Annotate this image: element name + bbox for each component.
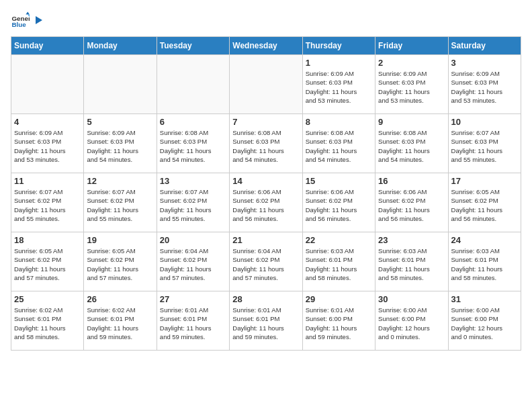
- day-number: 24: [451, 235, 518, 245]
- day-number: 17: [451, 176, 518, 186]
- day-info: Sunrise: 6:01 AM Sunset: 6:01 PM Dayligh…: [160, 306, 226, 341]
- day-number: 7: [232, 117, 299, 127]
- day-number: 20: [160, 235, 226, 245]
- calendar-cell: 3Sunrise: 6:09 AM Sunset: 6:03 PM Daylig…: [448, 55, 521, 114]
- day-info: Sunrise: 6:05 AM Sunset: 6:02 PM Dayligh…: [87, 246, 153, 282]
- day-header-monday: Monday: [84, 37, 157, 55]
- calendar-cell: 28Sunrise: 6:01 AM Sunset: 6:01 PM Dayli…: [230, 291, 302, 351]
- calendar-cell: 2Sunrise: 6:09 AM Sunset: 6:03 PM Daylig…: [375, 55, 448, 114]
- calendar-cell: 18Sunrise: 6:05 AM Sunset: 6:02 PM Dayli…: [11, 232, 84, 291]
- calendar-cell: 24Sunrise: 6:03 AM Sunset: 6:01 PM Dayli…: [448, 232, 521, 291]
- day-number: 26: [87, 294, 153, 304]
- day-number: 27: [160, 294, 226, 304]
- calendar-cell: 19Sunrise: 6:05 AM Sunset: 6:02 PM Dayli…: [84, 232, 157, 291]
- day-number: 21: [232, 235, 299, 245]
- calendar-cell: 30Sunrise: 6:00 AM Sunset: 6:00 PM Dayli…: [375, 291, 448, 351]
- calendar-cell: 11Sunrise: 6:07 AM Sunset: 6:02 PM Dayli…: [11, 173, 84, 232]
- day-info: Sunrise: 6:07 AM Sunset: 6:03 PM Dayligh…: [451, 128, 518, 164]
- day-number: 25: [14, 294, 81, 304]
- day-number: 11: [14, 176, 81, 186]
- calendar-cell: 16Sunrise: 6:06 AM Sunset: 6:02 PM Dayli…: [375, 173, 448, 232]
- day-info: Sunrise: 6:01 AM Sunset: 6:00 PM Dayligh…: [306, 306, 372, 341]
- calendar-table: SundayMondayTuesdayWednesdayThursdayFrid…: [11, 36, 521, 351]
- day-info: Sunrise: 6:04 AM Sunset: 6:02 PM Dayligh…: [160, 246, 226, 282]
- logo: General Blue: [11, 11, 44, 30]
- calendar-cell: 31Sunrise: 6:00 AM Sunset: 6:00 PM Dayli…: [448, 291, 521, 351]
- day-info: Sunrise: 6:03 AM Sunset: 6:01 PM Dayligh…: [451, 246, 518, 282]
- day-info: Sunrise: 6:06 AM Sunset: 6:02 PM Dayligh…: [378, 187, 445, 223]
- calendar-cell: [11, 55, 84, 114]
- day-number: 10: [451, 117, 518, 127]
- calendar-cell: 27Sunrise: 6:01 AM Sunset: 6:01 PM Dayli…: [157, 291, 229, 351]
- day-header-saturday: Saturday: [448, 37, 521, 55]
- svg-marker-2: [26, 11, 30, 14]
- calendar-cell: 12Sunrise: 6:07 AM Sunset: 6:02 PM Dayli…: [84, 173, 157, 232]
- day-info: Sunrise: 6:00 AM Sunset: 6:00 PM Dayligh…: [378, 306, 445, 341]
- page-header: General Blue: [11, 11, 521, 30]
- header-row: SundayMondayTuesdayWednesdayThursdayFrid…: [11, 37, 521, 55]
- week-row-4: 18Sunrise: 6:05 AM Sunset: 6:02 PM Dayli…: [11, 232, 521, 291]
- day-number: 22: [306, 235, 372, 245]
- calendar-cell: 10Sunrise: 6:07 AM Sunset: 6:03 PM Dayli…: [448, 114, 521, 173]
- calendar-cell: 29Sunrise: 6:01 AM Sunset: 6:00 PM Dayli…: [302, 291, 375, 351]
- day-info: Sunrise: 6:09 AM Sunset: 6:03 PM Dayligh…: [378, 69, 445, 105]
- day-number: 15: [306, 176, 372, 186]
- day-info: Sunrise: 6:06 AM Sunset: 6:02 PM Dayligh…: [306, 187, 372, 223]
- svg-marker-4: [36, 16, 42, 24]
- calendar-cell: 25Sunrise: 6:02 AM Sunset: 6:01 PM Dayli…: [11, 291, 84, 351]
- week-row-2: 4Sunrise: 6:09 AM Sunset: 6:03 PM Daylig…: [11, 114, 521, 173]
- calendar-cell: 14Sunrise: 6:06 AM Sunset: 6:02 PM Dayli…: [230, 173, 302, 232]
- calendar-cell: 13Sunrise: 6:07 AM Sunset: 6:02 PM Dayli…: [157, 173, 229, 232]
- calendar-cell: 26Sunrise: 6:02 AM Sunset: 6:01 PM Dayli…: [84, 291, 157, 351]
- calendar-cell: 15Sunrise: 6:06 AM Sunset: 6:02 PM Dayli…: [302, 173, 375, 232]
- week-row-3: 11Sunrise: 6:07 AM Sunset: 6:02 PM Dayli…: [11, 173, 521, 232]
- svg-text:Blue: Blue: [11, 21, 26, 28]
- day-header-sunday: Sunday: [11, 37, 84, 55]
- day-number: 3: [451, 58, 518, 68]
- calendar-cell: 7Sunrise: 6:08 AM Sunset: 6:03 PM Daylig…: [230, 114, 302, 173]
- day-number: 13: [160, 176, 226, 186]
- calendar-cell: 5Sunrise: 6:09 AM Sunset: 6:03 PM Daylig…: [84, 114, 157, 173]
- day-info: Sunrise: 6:02 AM Sunset: 6:01 PM Dayligh…: [87, 306, 153, 341]
- day-number: 14: [232, 176, 299, 186]
- calendar-cell: [230, 55, 302, 114]
- calendar-cell: 8Sunrise: 6:08 AM Sunset: 6:03 PM Daylig…: [302, 114, 375, 173]
- calendar-cell: 1Sunrise: 6:09 AM Sunset: 6:03 PM Daylig…: [302, 55, 375, 114]
- day-number: 30: [378, 294, 445, 304]
- day-header-thursday: Thursday: [302, 37, 375, 55]
- day-info: Sunrise: 6:07 AM Sunset: 6:02 PM Dayligh…: [14, 187, 81, 223]
- day-number: 28: [232, 294, 299, 304]
- day-number: 9: [378, 117, 445, 127]
- day-number: 19: [87, 235, 153, 245]
- calendar-cell: 4Sunrise: 6:09 AM Sunset: 6:03 PM Daylig…: [11, 114, 84, 173]
- day-info: Sunrise: 6:08 AM Sunset: 6:03 PM Dayligh…: [378, 128, 445, 164]
- logo-icon: General Blue: [11, 11, 30, 30]
- calendar-cell: 9Sunrise: 6:08 AM Sunset: 6:03 PM Daylig…: [375, 114, 448, 173]
- calendar-cell: 23Sunrise: 6:03 AM Sunset: 6:01 PM Dayli…: [375, 232, 448, 291]
- calendar-cell: 17Sunrise: 6:05 AM Sunset: 6:02 PM Dayli…: [448, 173, 521, 232]
- week-row-5: 25Sunrise: 6:02 AM Sunset: 6:01 PM Dayli…: [11, 291, 521, 351]
- day-info: Sunrise: 6:09 AM Sunset: 6:03 PM Dayligh…: [451, 69, 518, 105]
- day-info: Sunrise: 6:07 AM Sunset: 6:02 PM Dayligh…: [87, 187, 153, 223]
- day-number: 2: [378, 58, 445, 68]
- day-info: Sunrise: 6:03 AM Sunset: 6:01 PM Dayligh…: [306, 246, 372, 282]
- calendar-cell: 22Sunrise: 6:03 AM Sunset: 6:01 PM Dayli…: [302, 232, 375, 291]
- day-header-friday: Friday: [375, 37, 448, 55]
- calendar-cell: 6Sunrise: 6:08 AM Sunset: 6:03 PM Daylig…: [157, 114, 229, 173]
- day-info: Sunrise: 6:05 AM Sunset: 6:02 PM Dayligh…: [451, 187, 518, 223]
- day-info: Sunrise: 6:00 AM Sunset: 6:00 PM Dayligh…: [451, 306, 518, 341]
- day-info: Sunrise: 6:09 AM Sunset: 6:03 PM Dayligh…: [87, 128, 153, 164]
- day-info: Sunrise: 6:02 AM Sunset: 6:01 PM Dayligh…: [14, 306, 81, 341]
- day-info: Sunrise: 6:03 AM Sunset: 6:01 PM Dayligh…: [378, 246, 445, 282]
- day-info: Sunrise: 6:09 AM Sunset: 6:03 PM Dayligh…: [306, 69, 372, 105]
- day-number: 8: [306, 117, 372, 127]
- week-row-1: 1Sunrise: 6:09 AM Sunset: 6:03 PM Daylig…: [11, 55, 521, 114]
- day-number: 5: [87, 117, 153, 127]
- day-info: Sunrise: 6:01 AM Sunset: 6:01 PM Dayligh…: [232, 306, 299, 341]
- day-info: Sunrise: 6:08 AM Sunset: 6:03 PM Dayligh…: [232, 128, 299, 164]
- day-number: 12: [87, 176, 153, 186]
- day-number: 18: [14, 235, 81, 245]
- day-number: 23: [378, 235, 445, 245]
- day-header-tuesday: Tuesday: [157, 37, 229, 55]
- calendar-cell: [84, 55, 157, 114]
